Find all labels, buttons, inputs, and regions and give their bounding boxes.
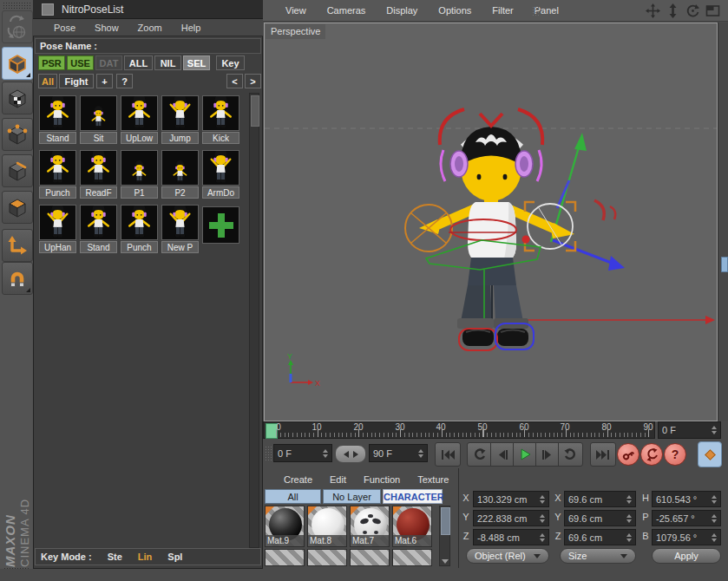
material-item-partial[interactable] bbox=[307, 549, 347, 566]
pose-item[interactable]: Stand bbox=[39, 95, 76, 144]
size-mode-dropdown[interactable]: Size bbox=[560, 548, 636, 564]
camera-label[interactable]: Perspective bbox=[266, 24, 325, 39]
menu-help[interactable]: Help bbox=[181, 23, 201, 33]
filter-dat-button[interactable]: DAT bbox=[95, 55, 122, 70]
toolbar-grip[interactable] bbox=[3, 2, 30, 10]
add-tab-button[interactable]: + bbox=[96, 74, 113, 88]
menu-create[interactable]: Create bbox=[284, 474, 312, 485]
filter-sel-button[interactable]: SEL bbox=[183, 55, 210, 70]
key-mode-linear[interactable]: Lin bbox=[138, 552, 153, 562]
prev-key-button[interactable] bbox=[467, 442, 492, 467]
material-item-partial[interactable] bbox=[350, 549, 390, 566]
tab-prev-button[interactable]: < bbox=[226, 74, 243, 88]
record-key-button[interactable] bbox=[617, 443, 639, 466]
pose-item[interactable]: Punch bbox=[121, 205, 158, 253]
pos-z-field[interactable]: -8.488 cm bbox=[473, 529, 549, 545]
tab-all[interactable]: All bbox=[38, 74, 57, 88]
menu-grip[interactable] bbox=[532, 6, 541, 16]
tab-next-button[interactable]: > bbox=[245, 74, 261, 88]
pose-item[interactable]: New P bbox=[161, 205, 199, 253]
menu-view[interactable]: View bbox=[285, 5, 306, 16]
panel-splitter[interactable] bbox=[718, 23, 728, 421]
nitroposelist-titlebar[interactable]: NitroPoseList bbox=[33, 0, 263, 19]
menu-pose[interactable]: Pose bbox=[54, 23, 75, 33]
auto-key-button[interactable] bbox=[640, 443, 663, 466]
spinner[interactable] bbox=[708, 426, 717, 434]
menu-filter[interactable]: Filter bbox=[492, 5, 513, 16]
material-item-partial[interactable] bbox=[265, 549, 305, 566]
coord-mode-dropdown[interactable]: Object (Rel) bbox=[466, 548, 549, 564]
toggle-panel-icon[interactable] bbox=[705, 3, 720, 18]
material-item[interactable]: Mat.7 bbox=[350, 506, 390, 547]
rot-b-field[interactable]: 1079.56 ° bbox=[652, 529, 721, 545]
filter-nil-button[interactable]: NIL bbox=[154, 55, 181, 70]
play-button[interactable] bbox=[513, 442, 537, 467]
rot-p-field[interactable]: -25.657 ° bbox=[652, 510, 721, 526]
pose-thumbnail[interactable] bbox=[121, 150, 158, 186]
layer-tab-all[interactable]: All bbox=[265, 489, 321, 504]
window-icon[interactable] bbox=[42, 3, 54, 16]
pose-thumbnail[interactable] bbox=[161, 205, 199, 240]
size-y-field[interactable]: 69.6 cm bbox=[564, 510, 636, 526]
filter-key-button[interactable]: Key bbox=[216, 55, 245, 70]
pose-thumbnail[interactable] bbox=[39, 95, 76, 131]
next-frame-button[interactable] bbox=[535, 442, 560, 467]
pose-item[interactable]: ArmDo bbox=[202, 150, 239, 199]
menu-texture[interactable]: Texture bbox=[417, 474, 449, 485]
rotate-view-icon[interactable] bbox=[685, 3, 700, 18]
prev-frame-button[interactable] bbox=[490, 442, 515, 467]
pose-item[interactable]: ReadF bbox=[80, 150, 117, 199]
edge-mode-button[interactable] bbox=[2, 154, 33, 187]
tab-fight[interactable]: Fight bbox=[59, 74, 94, 88]
model-mode-button[interactable] bbox=[2, 82, 33, 114]
pose-thumbnail[interactable] bbox=[39, 150, 76, 186]
range-start-field[interactable]: 0 F bbox=[273, 444, 332, 462]
scrollbar-thumb[interactable] bbox=[251, 95, 259, 127]
pose-thumbnail[interactable] bbox=[161, 150, 199, 186]
pose-item[interactable]: Sit bbox=[80, 95, 117, 144]
pose-item[interactable]: P1 bbox=[121, 150, 158, 199]
rot-h-field[interactable]: 610.543 ° bbox=[652, 491, 721, 507]
material-item[interactable]: Mat.6 bbox=[392, 506, 432, 547]
size-z-field[interactable]: 69.6 cm bbox=[564, 529, 636, 545]
pose-thumbnail[interactable] bbox=[80, 205, 117, 240]
side-panel-button[interactable] bbox=[698, 441, 722, 467]
apply-button[interactable]: Apply bbox=[652, 548, 721, 564]
filter-all-button[interactable]: ALL bbox=[124, 55, 153, 70]
range-end-field[interactable]: 90 F bbox=[369, 444, 428, 462]
pose-item[interactable]: Punch bbox=[39, 150, 76, 199]
make-editable-button[interactable] bbox=[2, 47, 33, 80]
timeline-grip[interactable] bbox=[265, 446, 272, 461]
step-forward-icon[interactable] bbox=[353, 451, 358, 458]
material-item[interactable]: Mat.9 bbox=[265, 506, 305, 547]
spinner[interactable] bbox=[415, 449, 423, 458]
layer-tab-character[interactable]: CHARACTER bbox=[383, 489, 443, 504]
pos-y-field[interactable]: 222.838 cm bbox=[473, 510, 549, 526]
scrollbar-thumb[interactable] bbox=[441, 507, 450, 535]
pose-thumbnail[interactable] bbox=[80, 150, 117, 186]
move-view-icon[interactable] bbox=[646, 3, 660, 18]
pose-thumbnail[interactable] bbox=[39, 205, 76, 240]
step-back-icon[interactable] bbox=[344, 451, 349, 458]
pose-thumbnail[interactable] bbox=[121, 95, 158, 131]
viewport-canvas[interactable]: Y X bbox=[264, 23, 718, 421]
menu-options[interactable]: Options bbox=[438, 5, 471, 16]
menu-edit[interactable]: Edit bbox=[330, 474, 346, 485]
scroll-down-icon[interactable] bbox=[442, 559, 449, 564]
material-item[interactable]: Mat.8 bbox=[307, 506, 347, 547]
current-frame-field[interactable]: 0 F bbox=[658, 421, 721, 439]
pose-item[interactable]: UpHan bbox=[39, 205, 76, 253]
spinner[interactable] bbox=[319, 449, 328, 458]
material-scrollbar[interactable] bbox=[439, 506, 450, 566]
pose-thumbnail[interactable] bbox=[161, 95, 199, 131]
pose-item[interactable]: Stand bbox=[80, 205, 117, 253]
key-mode-spline[interactable]: Spl bbox=[167, 552, 182, 562]
key-mode-step[interactable]: Ste bbox=[108, 552, 122, 562]
tab-help-button[interactable]: ? bbox=[116, 74, 133, 88]
menu-display[interactable]: Display bbox=[386, 5, 417, 16]
pose-name-input[interactable]: Pose Name : bbox=[35, 38, 261, 54]
zoom-view-icon[interactable] bbox=[666, 3, 680, 18]
filter-psr-button[interactable]: PSR bbox=[38, 55, 65, 70]
help-button[interactable]: ? bbox=[664, 443, 686, 466]
pose-thumbnail[interactable] bbox=[80, 95, 117, 131]
